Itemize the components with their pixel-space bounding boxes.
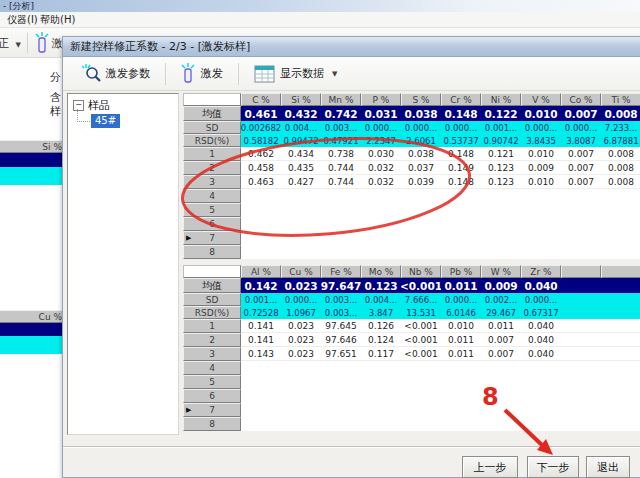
table-cell[interactable]: 0.010 — [441, 319, 481, 333]
table-cell[interactable]: 0.123 — [481, 161, 521, 175]
table-cell[interactable]: 0.039 — [401, 175, 441, 189]
row-header[interactable]: SD — [183, 121, 241, 134]
table-cell[interactable]: 0.121 — [481, 147, 521, 161]
spark-tube-icon[interactable] — [35, 32, 50, 54]
previous-step-button[interactable]: 上一步 — [462, 456, 518, 478]
table-cell[interactable]: 0.142 — [241, 278, 281, 293]
row-header[interactable]: ▶7 — [183, 403, 241, 417]
table-cell[interactable]: 0.007 — [481, 333, 521, 347]
table-cell[interactable]: 0.744 — [321, 161, 361, 175]
table-cell[interactable]: 13.531 — [401, 306, 441, 319]
table-cell[interactable]: 0.010 — [521, 175, 561, 189]
table-cell[interactable]: 0.007 — [561, 161, 601, 175]
menu-instrument[interactable]: 仪器(I) — [7, 13, 38, 27]
table-cell[interactable]: 0.427 — [281, 175, 321, 189]
table-cell[interactable]: 0.038 — [401, 106, 441, 121]
table-cell[interactable]: 97.651 — [321, 347, 361, 361]
row-header[interactable]: 4 — [183, 189, 241, 203]
exit-button[interactable]: 退出 — [586, 456, 630, 478]
row-header[interactable]: 5 — [183, 203, 241, 217]
table-cell[interactable]: 7.233... — [601, 121, 640, 134]
show-data-dropdown-button[interactable]: 显示数据 ▼ — [245, 61, 346, 87]
table-cell[interactable]: 97.646 — [321, 333, 361, 347]
table-cell[interactable]: 0.038 — [401, 147, 441, 161]
row-header[interactable]: ▶7 — [183, 231, 241, 245]
row-header[interactable]: 2 — [183, 333, 241, 347]
table-cell[interactable]: 0.001... — [241, 293, 281, 306]
table-cell[interactable]: 1.0967 — [281, 306, 321, 319]
table-cell[interactable]: 0.023 — [281, 278, 321, 293]
table-cell[interactable]: 0.011 — [481, 319, 521, 333]
table-cell[interactable]: 0.000... — [561, 121, 601, 134]
table-cell[interactable] — [561, 278, 601, 293]
table-cell[interactable]: 3.847 — [361, 306, 401, 319]
table-cell[interactable]: 0.000... — [401, 121, 441, 134]
table-cell[interactable]: 0.000... — [281, 293, 321, 306]
table-cell[interactable]: 0.434 — [281, 147, 321, 161]
table-cell[interactable] — [601, 306, 640, 319]
table-cell[interactable]: 0.463 — [241, 175, 281, 189]
table-cell[interactable]: 0.149 — [441, 161, 481, 175]
table-cell[interactable]: 0.462 — [241, 147, 281, 161]
table-cell[interactable]: 0.67317 — [521, 306, 561, 319]
table-cell[interactable]: 0.008 — [601, 106, 640, 121]
table-cell[interactable] — [601, 347, 640, 361]
row-header[interactable]: SD — [183, 293, 241, 306]
table-cell[interactable]: 0.040 — [521, 347, 561, 361]
table-cell[interactable]: 0.148 — [441, 106, 481, 121]
tree-node-sample-child[interactable]: 45# — [91, 114, 120, 128]
table-cell[interactable]: 0.008 — [601, 161, 640, 175]
table-cell[interactable]: 0.90742 — [481, 134, 521, 147]
correction-dropdown-button[interactable]: 修正 ▼ — [0, 36, 21, 51]
table-cell[interactable]: 0.003... — [321, 293, 361, 306]
table-cell[interactable] — [601, 333, 640, 347]
table-cell[interactable]: 0.123 — [481, 175, 521, 189]
menu-help[interactable]: 帮助(H) — [40, 13, 75, 27]
row-header[interactable]: 4 — [183, 361, 241, 375]
table-cell[interactable]: 0.126 — [361, 319, 401, 333]
row-header[interactable]: 3 — [183, 347, 241, 361]
table-cell[interactable]: 97.647 — [321, 278, 361, 293]
row-header[interactable]: 8 — [183, 417, 241, 431]
table-cell[interactable]: 2.2347 — [361, 134, 401, 147]
table-cell[interactable]: 0.744 — [321, 175, 361, 189]
table-cell[interactable]: 0.004... — [281, 121, 321, 134]
table-cell[interactable]: 3.8087 — [561, 134, 601, 147]
dialog-titlebar[interactable]: 新建控样修正系数 - 2/3 - [激发标样] — [63, 37, 640, 57]
table-cell[interactable]: 0.435 — [281, 161, 321, 175]
table-cell[interactable]: 0.58182 — [241, 134, 281, 147]
row-header[interactable]: 6 — [183, 217, 241, 231]
table-cell[interactable]: 0.010 — [521, 106, 561, 121]
table-cell[interactable]: 0.010 — [521, 147, 561, 161]
table-cell[interactable]: 0.432 — [281, 106, 321, 121]
excite-params-button[interactable]: 激发参数 — [73, 60, 159, 87]
table-cell[interactable]: 0.011 — [441, 347, 481, 361]
table-cell[interactable]: 0.123 — [361, 278, 401, 293]
table-cell[interactable] — [561, 319, 601, 333]
table-cell[interactable] — [601, 293, 640, 306]
table-cell[interactable]: 0.003... — [321, 306, 361, 319]
table-cell[interactable] — [601, 278, 640, 293]
table-cell[interactable] — [561, 333, 601, 347]
row-header[interactable]: 1 — [183, 147, 241, 161]
table-cell[interactable]: 0.458 — [241, 161, 281, 175]
table-cell[interactable]: 0.009 — [481, 278, 521, 293]
table-cell[interactable]: 6.87881 — [601, 134, 640, 147]
table-cell[interactable]: 0.032 — [361, 175, 401, 189]
table-cell[interactable]: 3.8435 — [521, 134, 561, 147]
table-cell[interactable]: 0.002682 — [241, 121, 281, 134]
row-header[interactable]: 2 — [183, 161, 241, 175]
row-header[interactable]: 8 — [183, 245, 241, 259]
table-cell[interactable]: 0.040 — [521, 278, 561, 293]
table-cell[interactable]: 0.148 — [441, 147, 481, 161]
table-cell[interactable]: 0.53737 — [441, 134, 481, 147]
table-cell[interactable]: 0.461 — [241, 106, 281, 121]
next-step-button[interactable]: 下一步 — [527, 456, 579, 478]
table-cell[interactable]: 0.008 — [601, 147, 640, 161]
table-cell[interactable]: 7.666... — [401, 293, 441, 306]
table-cell[interactable]: 0.124 — [361, 333, 401, 347]
table-cell[interactable]: 0.007 — [561, 106, 601, 121]
table-cell[interactable]: 0.122 — [481, 106, 521, 121]
row-header[interactable]: RSD(%) — [183, 134, 241, 147]
table-cell[interactable]: 0.007 — [561, 175, 601, 189]
